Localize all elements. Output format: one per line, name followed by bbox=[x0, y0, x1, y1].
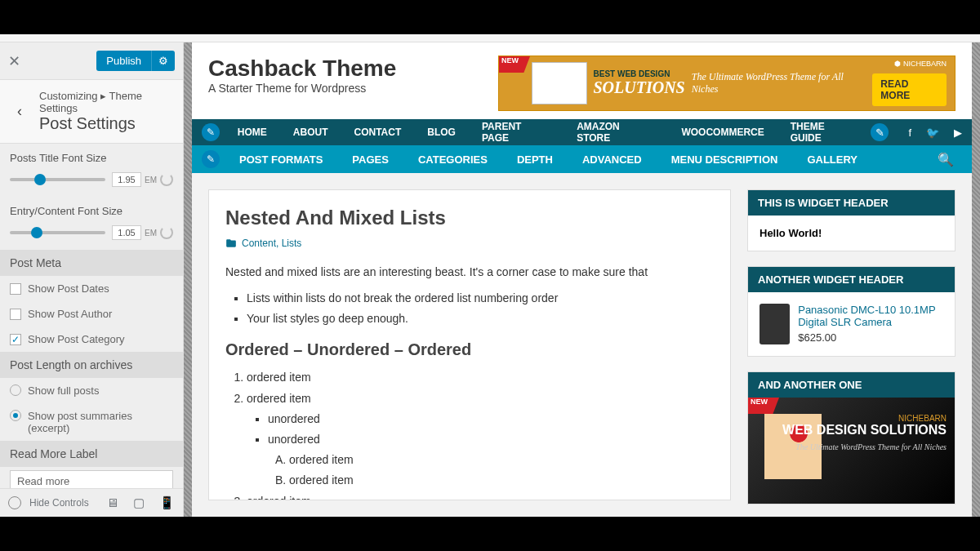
nav-item[interactable]: CATEGORIES bbox=[403, 153, 502, 166]
nav-item[interactable]: PAGES bbox=[337, 153, 403, 166]
edit-shortcut-icon[interactable]: ✎ bbox=[202, 150, 220, 168]
header-ad-banner[interactable]: NEW BEST WEB DESIGN SOLUTIONS The Ultima… bbox=[498, 56, 956, 111]
customizer-sidebar: ✕ Publish ⚙ ‹ Customizing ▸ Theme Settin… bbox=[0, 42, 184, 517]
device-desktop-icon[interactable]: 🖥 bbox=[106, 495, 118, 510]
content-font-size-value[interactable]: 1.05 bbox=[112, 225, 141, 240]
nav-item[interactable]: POST FORMATS bbox=[225, 153, 337, 166]
site-title: Cashback Theme bbox=[208, 56, 396, 82]
checkbox-show-dates[interactable]: Show Post Dates bbox=[0, 276, 183, 301]
checkbox-show-category[interactable]: ✓Show Post Category bbox=[0, 327, 183, 352]
title-font-size-slider[interactable] bbox=[10, 178, 105, 181]
publish-settings-button[interactable]: ⚙ bbox=[151, 51, 175, 71]
edit-shortcut-icon[interactable]: ✎ bbox=[871, 123, 889, 141]
widget-header: THIS IS WIDGET HEADER bbox=[748, 190, 955, 216]
new-badge: NEW bbox=[499, 56, 530, 73]
product-price: $625.00 bbox=[798, 331, 943, 344]
panel-title: Post Settings bbox=[39, 114, 172, 140]
banner-readmore-button[interactable]: READ MORE bbox=[872, 73, 947, 106]
product-link[interactable]: Panasonic DMC-L10 10.1MP Digital SLR Cam… bbox=[798, 304, 935, 328]
post-categories[interactable]: Content, Lists bbox=[242, 238, 301, 249]
slider-label-title-size: Posts Title Font Size bbox=[0, 144, 183, 167]
content-font-size-slider[interactable] bbox=[10, 231, 105, 234]
reset-icon[interactable] bbox=[160, 173, 173, 186]
sidebar-ad[interactable]: NEW NICHEBARN WEB DESIGN SOLUTIONS The U… bbox=[748, 398, 955, 504]
widget-body: Hello World! bbox=[748, 216, 955, 251]
live-preview: Cashback Theme A Starter Theme for Wordp… bbox=[184, 42, 980, 517]
post-content: Nested And Mixed Lists Content, Lists Ne… bbox=[208, 189, 731, 500]
youtube-icon[interactable]: ▶ bbox=[954, 127, 962, 139]
close-icon[interactable]: ✕ bbox=[8, 52, 20, 70]
slider-label-content-size: Entry/Content Font Size bbox=[0, 197, 183, 220]
breadcrumb-level1: Customizing bbox=[39, 90, 98, 102]
back-button[interactable]: ‹ bbox=[8, 100, 31, 123]
nav-item[interactable]: DEPTH bbox=[502, 153, 568, 166]
nav-item[interactable]: AMAZON STORE bbox=[564, 121, 668, 144]
checkbox-show-author[interactable]: Show Post Author bbox=[0, 301, 183, 327]
edit-shortcut-icon[interactable]: ✎ bbox=[202, 123, 220, 141]
readmore-label-input[interactable] bbox=[10, 470, 173, 488]
facebook-icon[interactable]: f bbox=[908, 127, 911, 139]
unit-label: EM bbox=[141, 229, 160, 238]
new-badge: NEW bbox=[748, 398, 779, 414]
widget-sidebar: THIS IS WIDGET HEADER Hello World! ANOTH… bbox=[747, 189, 956, 500]
device-tablet-icon[interactable]: ▢ bbox=[133, 495, 145, 510]
folder-icon bbox=[225, 238, 237, 249]
nav-item[interactable]: MENU DESCRIPTION bbox=[657, 153, 793, 166]
title-font-size-value[interactable]: 1.95 bbox=[112, 172, 141, 187]
banner-image bbox=[532, 62, 587, 104]
banner-brand-logo: ⬢ NICHEBARN bbox=[894, 60, 947, 68]
nav-item[interactable]: WOOCOMMERCE bbox=[668, 127, 777, 138]
publish-button[interactable]: Publish bbox=[96, 51, 151, 71]
radio-full-posts[interactable]: Show full posts bbox=[0, 378, 183, 403]
section-header-post-meta: Post Meta bbox=[0, 250, 183, 276]
nav-item[interactable]: ADVANCED bbox=[568, 153, 657, 166]
nav-item[interactable]: CONTACT bbox=[341, 127, 414, 138]
hide-controls-button[interactable]: Hide Controls bbox=[29, 497, 89, 509]
search-icon[interactable]: 🔍 bbox=[938, 152, 962, 167]
post-title: Nested And Mixed Lists bbox=[225, 207, 714, 229]
section-header-post-length: Post Length on archives bbox=[0, 352, 183, 378]
device-mobile-icon[interactable]: 📱 bbox=[159, 495, 175, 510]
widget-header: AND ANOTHER ONE bbox=[748, 372, 955, 398]
radio-summaries[interactable]: Show post summaries (excerpt) bbox=[0, 403, 183, 441]
nav-item[interactable]: GALLERY bbox=[792, 153, 872, 166]
nav-item[interactable]: BLOG bbox=[414, 127, 469, 138]
nav-item[interactable]: HOME bbox=[225, 127, 280, 138]
product-image bbox=[760, 304, 790, 344]
site-subtitle: A Starter Theme for Wordpress bbox=[208, 82, 396, 95]
twitter-icon[interactable]: 🐦 bbox=[926, 127, 939, 139]
primary-nav: ✎ HOME ABOUT CONTACT BLOG PARENT PAGE AM… bbox=[192, 119, 972, 145]
reset-icon[interactable] bbox=[160, 226, 173, 239]
nav-item[interactable]: THEME GUIDE bbox=[777, 121, 871, 144]
widget-header: ANOTHER WIDGET HEADER bbox=[748, 267, 955, 292]
nav-item[interactable]: ABOUT bbox=[280, 127, 341, 138]
collapse-icon[interactable] bbox=[8, 496, 21, 509]
section-header-readmore: Read More Label bbox=[0, 441, 183, 467]
secondary-nav: ✎ POST FORMATS PAGES CATEGORIES DEPTH AD… bbox=[192, 145, 972, 173]
unit-label: EM bbox=[141, 176, 160, 184]
nav-item[interactable]: PARENT PAGE bbox=[469, 121, 564, 144]
